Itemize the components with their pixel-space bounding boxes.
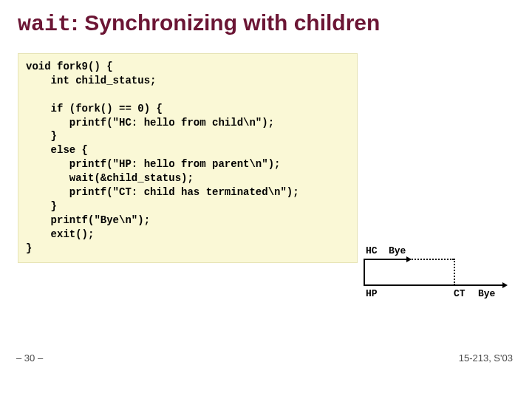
graph-line (364, 259, 408, 260)
graph-line (364, 259, 365, 285)
slide-title: wait: Synchronizing with children (18, 10, 380, 37)
graph-label-hc: HC (366, 245, 378, 256)
title-code-word: wait (18, 12, 71, 37)
graph-label-ct: CT (454, 288, 466, 299)
arrow-icon (502, 282, 508, 288)
graph-label-bye1: Bye (389, 245, 406, 256)
course-label: 15-213, S'03 (459, 352, 513, 364)
title-rest: : Synchronizing with children (71, 10, 380, 35)
graph-line (454, 259, 455, 285)
graph-label-bye2: Bye (478, 288, 495, 299)
graph-label-hp: HP (366, 288, 378, 299)
graph-line (364, 284, 504, 286)
process-graph: HC Bye HP CT Bye (364, 244, 519, 303)
code-block: void fork9() { int child_status; if (for… (18, 53, 358, 263)
graph-dotted-line (409, 259, 454, 260)
page-number: – 30 – (16, 352, 43, 364)
